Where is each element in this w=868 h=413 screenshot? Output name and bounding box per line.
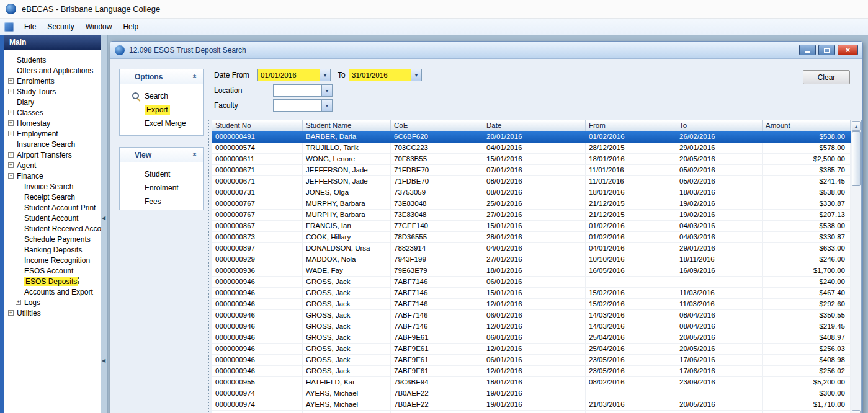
table-row[interactable]: 0000000946GROSS, Jack7ABF9E6112/01/20162…	[212, 366, 851, 377]
table-row[interactable]: 0000000974AYERS, Michael7B0AEF2219/01/20…	[212, 388, 851, 399]
sidebar-item-classes[interactable]: +Classes	[4, 107, 101, 118]
table-row[interactable]: 0000000767MURPHY, Barbara73E8304827/01/2…	[212, 210, 851, 221]
menu-item-window[interactable]: Window	[80, 20, 118, 33]
table-row[interactable]: 0000000946GROSS, Jack7ABF9E6112/01/20162…	[212, 344, 851, 355]
sidebar-item-finance[interactable]: -Finance	[4, 171, 101, 181]
expand-node-icon[interactable]: +	[8, 120, 14, 126]
table-row[interactable]: 0000000946GROSS, Jack7ABF9E6106/01/20162…	[212, 332, 851, 344]
sidebar-item-accounts-and-export[interactable]: Accounts and Export	[4, 286, 101, 297]
sidebar-item-esos-deposits[interactable]: ESOS Deposits	[4, 276, 101, 286]
clear-button[interactable]: Clear	[803, 70, 850, 84]
grid-splitter[interactable]	[207, 120, 210, 413]
scroll-down-icon[interactable]	[852, 410, 861, 413]
expand-node-icon[interactable]: +	[8, 310, 14, 316]
expand-node-icon[interactable]: +	[8, 78, 14, 84]
panel-item-enrolment[interactable]: Enrolment	[120, 181, 203, 195]
sidebar-item-student-account-print[interactable]: Student Account Print	[4, 202, 101, 213]
menu-item-security[interactable]: Security	[42, 20, 79, 33]
table-row[interactable]: 0000000731JONES, Olga7375305908/01/20161…	[212, 187, 851, 198]
table-row[interactable]: 0000000955HATFIELD, Kai79C6BE9418/01/201…	[212, 377, 851, 388]
sidebar-item-enrolments[interactable]: +Enrolments	[4, 76, 101, 86]
collapse-sidebar-icon[interactable]	[102, 215, 105, 221]
column-header-student-no[interactable]: Student No	[212, 120, 303, 131]
chevron-up-icon[interactable]	[191, 153, 200, 157]
column-header-to[interactable]: To	[676, 120, 763, 131]
table-row[interactable]: 0000000946GROSS, Jack7ABF714612/01/20161…	[212, 299, 851, 310]
sidebar-item-students[interactable]: Students	[4, 55, 101, 65]
date-to-value[interactable]: 31/01/2016	[349, 69, 411, 81]
table-row[interactable]: 0000000574TRUJILLO, Tarik703CC22304/01/2…	[212, 143, 851, 154]
sidebar-splitter[interactable]	[101, 35, 108, 413]
table-row[interactable]: 0000000946GROSS, Jack7ABF714612/01/20161…	[212, 321, 851, 332]
sidebar-item-employment[interactable]: +Employment	[4, 128, 101, 139]
expand-node-icon[interactable]: +	[8, 152, 14, 158]
expand-node-icon[interactable]: +	[16, 300, 21, 305]
window-titlebar[interactable]: 12.098 ESOS Trust Deposit Search	[110, 42, 862, 59]
date-from-dropdown-icon[interactable]	[320, 69, 330, 81]
sidebar-item-invoice-search[interactable]: Invoice Search	[4, 181, 101, 192]
location-dropdown-icon[interactable]	[321, 85, 332, 96]
sidebar-item-student-received-accou[interactable]: Student Received Accou	[4, 223, 101, 234]
sidebar-item-diary[interactable]: Diary	[4, 97, 101, 107]
table-row[interactable]: 0000000946GROSS, Jack7ABF714615/01/20161…	[212, 288, 851, 299]
panel-item-search[interactable]: Search	[120, 89, 203, 103]
view-panel-header[interactable]: View	[120, 148, 203, 162]
table-row[interactable]: 0000000897DONALDSON, Ursa7882391404/01/2…	[212, 243, 851, 254]
chevron-up-icon[interactable]	[191, 74, 200, 79]
collapse-sidebar-icon-2[interactable]	[102, 358, 105, 363]
date-from-value[interactable]: 01/01/2016	[258, 69, 320, 81]
table-row[interactable]: 0000000867FRANCIS, Ian77CEF14015/01/2016…	[212, 221, 851, 232]
column-header-student-name[interactable]: Student Name	[303, 120, 391, 131]
scroll-up-icon[interactable]	[852, 121, 861, 131]
table-row[interactable]: 0000000946GROSS, Jack7ABF714606/01/2016$…	[212, 277, 851, 288]
scrollbar-thumb[interactable]	[852, 131, 861, 186]
expand-node-icon[interactable]: +	[8, 89, 14, 94]
table-row[interactable]: 0000000671JEFFERSON, Jade71FDBE7008/01/2…	[212, 176, 851, 187]
column-header-date[interactable]: Date	[483, 120, 586, 131]
table-row[interactable]: 0000000611WONG, Lenore70F83B5515/01/2016…	[212, 154, 851, 165]
sidebar-item-receipt-search[interactable]: Receipt Search	[4, 192, 101, 202]
panel-item-export[interactable]: Export	[120, 103, 203, 117]
close-button[interactable]	[838, 45, 858, 55]
faculty-value[interactable]	[274, 100, 321, 111]
maximize-button[interactable]	[818, 45, 835, 55]
minimize-button[interactable]	[799, 45, 816, 55]
table-row[interactable]: 0000000974AYERS, Michael7B0AEF2219/01/20…	[212, 399, 851, 411]
sidebar-item-homestay[interactable]: +Homestay	[4, 118, 101, 128]
table-row[interactable]: 0000000946GROSS, Jack7ABF714606/01/20161…	[212, 310, 851, 321]
collapse-node-icon[interactable]: -	[8, 173, 14, 179]
sidebar-item-schedule-payments[interactable]: Schedule Payments	[4, 234, 101, 244]
faculty-dropdown-icon[interactable]	[321, 100, 332, 111]
date-from-combobox[interactable]: 01/01/2016	[257, 69, 331, 81]
column-header-amount[interactable]: Amount	[763, 120, 851, 131]
panel-item-student[interactable]: Student	[120, 167, 203, 181]
sidebar-item-study-tours[interactable]: +Study Tours	[4, 86, 101, 97]
table-row[interactable]: 0000000936WADE, Fay79E63E7918/01/201616/…	[212, 265, 851, 277]
date-to-dropdown-icon[interactable]	[411, 69, 421, 81]
sidebar-item-airport-transfers[interactable]: +Airport Transfers	[4, 149, 101, 160]
menu-item-help[interactable]: Help	[117, 20, 144, 33]
location-value[interactable]	[274, 85, 321, 96]
vertical-scrollbar[interactable]	[851, 120, 861, 413]
sidebar-item-esos-account[interactable]: ESOS Account	[4, 265, 101, 276]
table-row[interactable]: 0000000946GROSS, Jack7ABF9E6106/01/20162…	[212, 355, 851, 366]
menu-item-file[interactable]: File	[19, 20, 42, 33]
panel-item-fees[interactable]: Fees	[120, 195, 203, 208]
sidebar-item-agent[interactable]: +Agent	[4, 160, 101, 171]
table-row[interactable]: 0000000929MADDOX, Nola7943F19927/01/2016…	[212, 254, 851, 265]
location-combobox[interactable]	[273, 84, 333, 97]
sidebar-item-offers-and-applications[interactable]: Offers and Applications	[4, 65, 101, 76]
sidebar-item-banking-deposits[interactable]: Banking Deposits	[4, 244, 101, 255]
table-row[interactable]: 0000000873COOK, Hillary78D3655528/01/201…	[212, 232, 851, 243]
sidebar-item-insurance-search[interactable]: Insurance Search	[4, 139, 101, 149]
sidebar-item-logs[interactable]: +Logs	[4, 297, 101, 308]
table-row[interactable]: 0000000491BARBER, Daria6C6BF62020/01/201…	[212, 131, 851, 143]
expand-node-icon[interactable]: +	[8, 110, 14, 115]
sidebar-item-income-recognition[interactable]: Income Recognition	[4, 255, 101, 265]
column-header-from[interactable]: From	[586, 120, 676, 131]
faculty-combobox[interactable]	[273, 99, 333, 112]
sidebar-item-student-account[interactable]: Student Account	[4, 213, 101, 223]
panel-item-excel-merge[interactable]: Excel Merge	[120, 117, 203, 130]
expand-node-icon[interactable]: +	[8, 131, 14, 136]
expand-node-icon[interactable]: +	[8, 162, 14, 168]
